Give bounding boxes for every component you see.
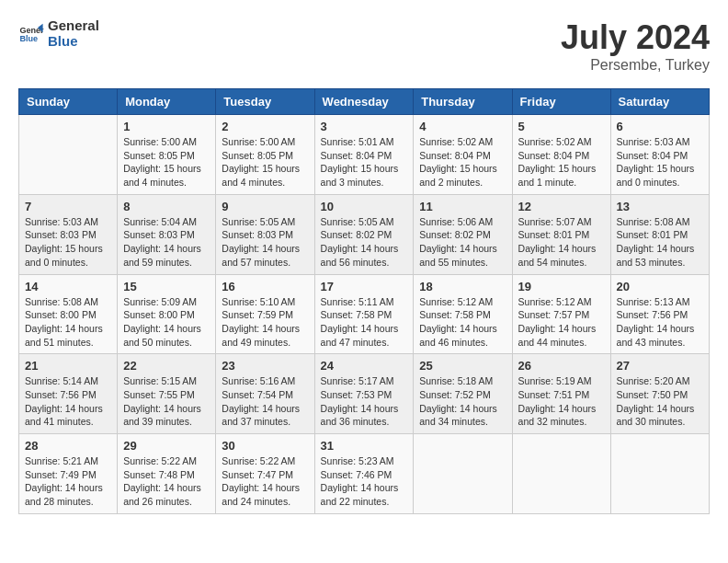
day-number: 4 bbox=[419, 120, 506, 133]
calendar-cell: 10Sunrise: 5:05 AM Sunset: 8:02 PM Dayli… bbox=[314, 194, 414, 274]
day-number: 3 bbox=[321, 120, 408, 133]
day-number: 31 bbox=[321, 439, 408, 453]
calendar-cell bbox=[610, 434, 709, 514]
logo-general-text: General bbox=[48, 18, 99, 34]
calendar-cell: 6Sunrise: 5:03 AM Sunset: 8:04 PM Daylig… bbox=[610, 115, 709, 195]
calendar-cell: 19Sunrise: 5:12 AM Sunset: 7:57 PM Dayli… bbox=[512, 274, 610, 354]
calendar-cell: 8Sunrise: 5:04 AM Sunset: 8:03 PM Daylig… bbox=[118, 194, 216, 274]
day-number: 9 bbox=[222, 200, 308, 213]
day-info: Sunrise: 5:08 AM Sunset: 8:01 PM Dayligh… bbox=[617, 215, 703, 270]
logo-blue-text: Blue bbox=[48, 34, 99, 50]
calendar-cell: 12Sunrise: 5:07 AM Sunset: 8:01 PM Dayli… bbox=[512, 194, 610, 274]
calendar-week-row: 21Sunrise: 5:14 AM Sunset: 7:56 PM Dayli… bbox=[19, 354, 710, 434]
calendar-cell: 20Sunrise: 5:13 AM Sunset: 7:56 PM Dayli… bbox=[610, 274, 709, 354]
day-number: 21 bbox=[25, 359, 111, 373]
day-number: 22 bbox=[123, 359, 210, 373]
day-info: Sunrise: 5:01 AM Sunset: 8:04 PM Dayligh… bbox=[321, 135, 408, 190]
day-info: Sunrise: 5:14 AM Sunset: 7:56 PM Dayligh… bbox=[25, 374, 111, 429]
day-number: 5 bbox=[518, 120, 605, 133]
day-number: 6 bbox=[617, 120, 703, 133]
calendar-cell: 9Sunrise: 5:05 AM Sunset: 8:03 PM Daylig… bbox=[216, 194, 314, 274]
calendar-cell: 21Sunrise: 5:14 AM Sunset: 7:56 PM Dayli… bbox=[19, 354, 118, 434]
day-number: 18 bbox=[419, 280, 506, 293]
day-number: 26 bbox=[518, 359, 605, 373]
calendar-week-row: 1Sunrise: 5:00 AM Sunset: 8:05 PM Daylig… bbox=[19, 115, 710, 195]
day-info: Sunrise: 5:12 AM Sunset: 7:57 PM Dayligh… bbox=[518, 295, 605, 350]
calendar-cell: 16Sunrise: 5:10 AM Sunset: 7:59 PM Dayli… bbox=[216, 274, 314, 354]
day-number: 7 bbox=[25, 200, 111, 213]
calendar-cell: 13Sunrise: 5:08 AM Sunset: 8:01 PM Dayli… bbox=[610, 194, 709, 274]
day-number: 8 bbox=[123, 200, 210, 213]
day-info: Sunrise: 5:21 AM Sunset: 7:49 PM Dayligh… bbox=[25, 454, 111, 509]
calendar-table: SundayMondayTuesdayWednesdayThursdayFrid… bbox=[18, 88, 710, 514]
day-number: 14 bbox=[25, 280, 111, 293]
day-info: Sunrise: 5:22 AM Sunset: 7:47 PM Dayligh… bbox=[222, 454, 308, 509]
day-number: 30 bbox=[222, 439, 308, 453]
day-number: 2 bbox=[222, 120, 308, 133]
calendar-cell: 29Sunrise: 5:22 AM Sunset: 7:48 PM Dayli… bbox=[118, 434, 216, 514]
calendar-cell: 14Sunrise: 5:08 AM Sunset: 8:00 PM Dayli… bbox=[19, 274, 118, 354]
day-info: Sunrise: 5:03 AM Sunset: 8:04 PM Dayligh… bbox=[617, 135, 703, 190]
svg-text:Blue: Blue bbox=[19, 34, 38, 43]
day-info: Sunrise: 5:04 AM Sunset: 8:03 PM Dayligh… bbox=[123, 215, 210, 270]
day-info: Sunrise: 5:00 AM Sunset: 8:05 PM Dayligh… bbox=[123, 135, 210, 190]
day-info: Sunrise: 5:09 AM Sunset: 8:00 PM Dayligh… bbox=[123, 295, 210, 350]
day-info: Sunrise: 5:06 AM Sunset: 8:02 PM Dayligh… bbox=[419, 215, 506, 270]
day-info: Sunrise: 5:05 AM Sunset: 8:03 PM Dayligh… bbox=[222, 215, 308, 270]
day-number: 23 bbox=[222, 359, 308, 373]
day-number: 1 bbox=[123, 120, 210, 133]
day-info: Sunrise: 5:13 AM Sunset: 7:56 PM Dayligh… bbox=[617, 295, 703, 350]
calendar-cell: 7Sunrise: 5:03 AM Sunset: 8:03 PM Daylig… bbox=[19, 194, 118, 274]
calendar-cell: 18Sunrise: 5:12 AM Sunset: 7:58 PM Dayli… bbox=[414, 274, 512, 354]
day-number: 16 bbox=[222, 280, 308, 293]
calendar-cell bbox=[414, 434, 512, 514]
day-info: Sunrise: 5:10 AM Sunset: 7:59 PM Dayligh… bbox=[222, 295, 308, 350]
calendar-cell: 22Sunrise: 5:15 AM Sunset: 7:55 PM Dayli… bbox=[118, 354, 216, 434]
day-number: 25 bbox=[419, 359, 506, 373]
day-number: 24 bbox=[321, 359, 408, 373]
day-number: 27 bbox=[617, 359, 703, 373]
calendar-cell: 26Sunrise: 5:19 AM Sunset: 7:51 PM Dayli… bbox=[512, 354, 610, 434]
day-number: 28 bbox=[25, 439, 111, 453]
day-info: Sunrise: 5:19 AM Sunset: 7:51 PM Dayligh… bbox=[518, 374, 605, 429]
weekday-header-wednesday: Wednesday bbox=[314, 89, 414, 115]
day-info: Sunrise: 5:22 AM Sunset: 7:48 PM Dayligh… bbox=[123, 454, 210, 509]
day-number: 17 bbox=[321, 280, 408, 293]
calendar-cell: 5Sunrise: 5:02 AM Sunset: 8:04 PM Daylig… bbox=[512, 115, 610, 195]
calendar-week-row: 28Sunrise: 5:21 AM Sunset: 7:49 PM Dayli… bbox=[19, 434, 710, 514]
weekday-header-thursday: Thursday bbox=[414, 89, 512, 115]
day-info: Sunrise: 5:02 AM Sunset: 8:04 PM Dayligh… bbox=[419, 135, 506, 190]
day-number: 12 bbox=[518, 200, 605, 213]
calendar-cell: 24Sunrise: 5:17 AM Sunset: 7:53 PM Dayli… bbox=[314, 354, 414, 434]
calendar-cell: 1Sunrise: 5:00 AM Sunset: 8:05 PM Daylig… bbox=[118, 115, 216, 195]
day-info: Sunrise: 5:02 AM Sunset: 8:04 PM Dayligh… bbox=[518, 135, 605, 190]
day-info: Sunrise: 5:11 AM Sunset: 7:58 PM Dayligh… bbox=[321, 295, 408, 350]
day-number: 15 bbox=[123, 280, 210, 293]
day-info: Sunrise: 5:23 AM Sunset: 7:46 PM Dayligh… bbox=[321, 454, 408, 509]
calendar-cell: 30Sunrise: 5:22 AM Sunset: 7:47 PM Dayli… bbox=[216, 434, 314, 514]
calendar-cell: 15Sunrise: 5:09 AM Sunset: 8:00 PM Dayli… bbox=[118, 274, 216, 354]
calendar-cell: 31Sunrise: 5:23 AM Sunset: 7:46 PM Dayli… bbox=[314, 434, 414, 514]
calendar-cell: 23Sunrise: 5:16 AM Sunset: 7:54 PM Dayli… bbox=[216, 354, 314, 434]
calendar-cell: 4Sunrise: 5:02 AM Sunset: 8:04 PM Daylig… bbox=[414, 115, 512, 195]
day-info: Sunrise: 5:08 AM Sunset: 8:00 PM Dayligh… bbox=[25, 295, 111, 350]
day-number: 11 bbox=[419, 200, 506, 213]
weekday-header-sunday: Sunday bbox=[19, 89, 118, 115]
day-info: Sunrise: 5:16 AM Sunset: 7:54 PM Dayligh… bbox=[222, 374, 308, 429]
calendar-cell: 11Sunrise: 5:06 AM Sunset: 8:02 PM Dayli… bbox=[414, 194, 512, 274]
day-info: Sunrise: 5:05 AM Sunset: 8:02 PM Dayligh… bbox=[321, 215, 408, 270]
calendar-cell bbox=[512, 434, 610, 514]
day-info: Sunrise: 5:07 AM Sunset: 8:01 PM Dayligh… bbox=[518, 215, 605, 270]
weekday-header-friday: Friday bbox=[512, 89, 610, 115]
logo: General Blue General Blue bbox=[18, 18, 99, 49]
day-number: 29 bbox=[123, 439, 210, 453]
calendar-cell: 3Sunrise: 5:01 AM Sunset: 8:04 PM Daylig… bbox=[314, 115, 414, 195]
location-subtitle: Persembe, Turkey bbox=[561, 57, 710, 74]
weekday-header-monday: Monday bbox=[118, 89, 216, 115]
day-info: Sunrise: 5:20 AM Sunset: 7:50 PM Dayligh… bbox=[617, 374, 703, 429]
day-number: 19 bbox=[518, 280, 605, 293]
calendar-cell: 25Sunrise: 5:18 AM Sunset: 7:52 PM Dayli… bbox=[414, 354, 512, 434]
day-number: 10 bbox=[321, 200, 408, 213]
day-number: 13 bbox=[617, 200, 703, 213]
weekday-header-tuesday: Tuesday bbox=[216, 89, 314, 115]
